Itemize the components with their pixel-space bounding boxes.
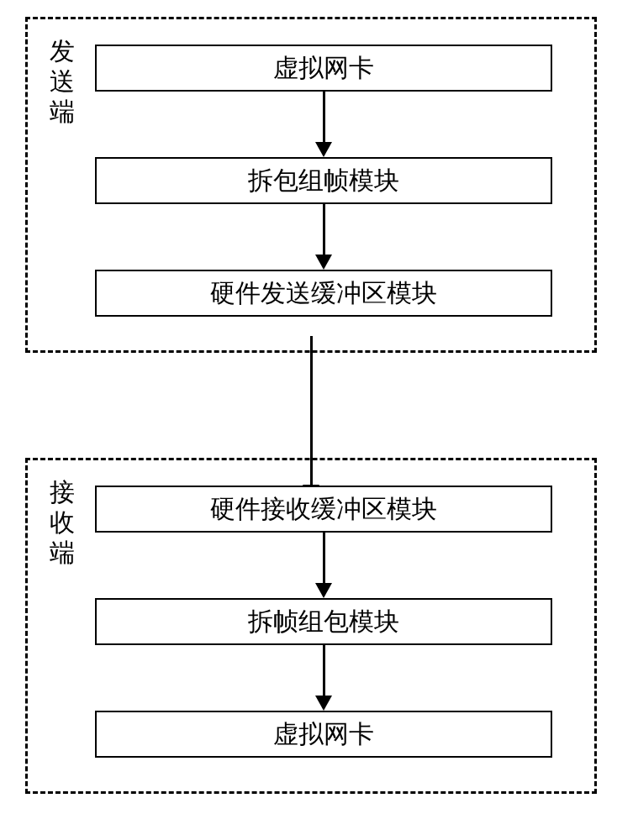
arrow-s1 [95, 92, 552, 157]
arrow-line [323, 204, 325, 256]
sender-group: 发 送 端 虚拟网卡 拆包组帧模块 硬件发送缓冲区模块 [25, 17, 597, 353]
receiver-group: 接 收 端 硬件接收缓冲区模块 拆帧组包模块 虚拟网卡 [25, 458, 597, 794]
sender-box1-text: 虚拟网卡 [273, 51, 374, 86]
receiver-box-hw-recv-buffer: 硬件接收缓冲区模块 [95, 486, 552, 533]
arrow-r2 [95, 645, 552, 711]
sender-label: 发 送 端 [49, 36, 76, 127]
arrow-s2 [95, 204, 552, 270]
arrow-r1 [95, 533, 552, 598]
receiver-label: 接 收 端 [49, 477, 76, 568]
receiver-box1-text: 硬件接收缓冲区模块 [210, 492, 437, 527]
sender-box-virtual-nic: 虚拟网卡 [95, 45, 552, 92]
sender-label-char2: 送 [50, 67, 75, 95]
arrow-head-icon [315, 696, 332, 711]
receiver-label-char2: 收 [50, 508, 75, 536]
flowchart-diagram: 发 送 端 虚拟网卡 拆包组帧模块 硬件发送缓冲区模块 接 收 端 [25, 17, 597, 794]
sender-box2-text: 拆包组帧模块 [248, 164, 399, 198]
arrow-line [323, 92, 325, 144]
arrow-line [323, 645, 325, 697]
sender-box-hw-send-buffer: 硬件发送缓冲区模块 [95, 270, 552, 317]
arrow-head-icon [315, 142, 332, 157]
receiver-box3-text: 虚拟网卡 [273, 717, 374, 752]
arrow-line [323, 533, 325, 585]
sender-label-char1: 发 [50, 37, 75, 65]
receiver-label-char1: 接 [50, 478, 75, 506]
sender-box-unpack-frame: 拆包组帧模块 [95, 157, 552, 204]
sender-label-char3: 端 [50, 97, 75, 125]
receiver-box-unframe-pack: 拆帧组包模块 [95, 598, 552, 645]
receiver-box-virtual-nic: 虚拟网卡 [95, 711, 552, 758]
arrow-head-icon [315, 583, 332, 598]
receiver-label-char3: 端 [50, 538, 75, 566]
arrow-head-icon [315, 255, 332, 270]
sender-box3-text: 硬件发送缓冲区模块 [210, 276, 437, 311]
receiver-box2-text: 拆帧组包模块 [248, 605, 399, 639]
